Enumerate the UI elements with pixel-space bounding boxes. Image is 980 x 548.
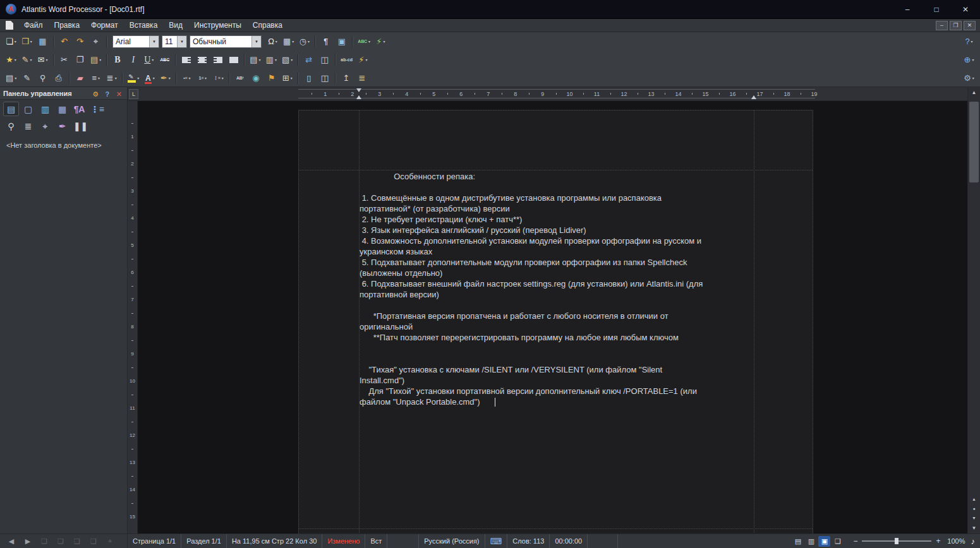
panel-find-button[interactable]: ⌖ [37,119,53,133]
hyperlink-button[interactable]: ◉ ▾ [248,71,263,85]
side-by-side-button[interactable]: ◫ ▾ [317,53,332,67]
paragraph[interactable]: **Патч позволяет перерегистрировать прог… [360,332,754,343]
numbering-button[interactable]: 1≡ ▾ [195,71,210,85]
autocorrect-button[interactable]: ⚡ ▾ [373,35,388,49]
font-size-combo[interactable]: 11 ▼ [162,35,187,48]
nav-prev-edit-button[interactable]: ❏ [37,535,52,547]
status-insert-mode[interactable]: Вст [365,534,387,548]
columns-two-button[interactable]: ◫ ▾ [317,71,332,85]
keyboard-layout-icon[interactable]: ⌨ [485,534,508,548]
panel-objects-button[interactable]: ❚❚ [71,119,90,133]
combo-arrow-icon[interactable]: ▼ [149,36,159,47]
scrollbar-track[interactable] [968,98,980,494]
align-left-button[interactable]: ▾ [179,53,193,67]
promote-button[interactable]: ↥ ▾ [339,71,353,85]
insert-table-button[interactable]: ⊞ ▾ [280,71,294,85]
zoom-out-button[interactable]: − [853,537,857,545]
view-web-button[interactable]: ▥ [805,536,817,547]
underline-button[interactable]: U ▾ [142,53,156,67]
hyphenation-button[interactable]: ab-cd ▾ [339,53,354,67]
align-justify-button[interactable]: ▾ [226,53,241,67]
paragraph[interactable]: 5. Подхватывает дополнительные модули пр… [360,257,754,278]
paragraph[interactable]: Особенности репака: [360,171,754,182]
window-close-button[interactable]: ✕ [951,0,980,18]
copy-button[interactable]: ❐ ▾ [73,53,87,67]
insert-frame-button[interactable]: ▥ ▾ [264,53,279,67]
panel-headings-button[interactable]: ▤ [3,102,19,116]
format-painter-button[interactable]: ✒ ▾ [158,71,172,85]
insert-field-button[interactable]: ▦ ▾ [281,35,296,49]
panel-help-icon[interactable]: ? [106,90,110,98]
options-button[interactable]: ⚙ ▾ [962,71,976,85]
new-document-button[interactable]: ❏ ▾ [4,35,18,49]
menu-file[interactable]: Файл [18,20,49,31]
document-page[interactable]: Особенности репака: 1. Совмещённые в одн… [298,110,813,533]
panel-zoom-button[interactable]: ⚲ [3,119,19,133]
align-right-button[interactable]: ▾ [210,53,225,67]
open-document-button[interactable]: ❒ ▾ [20,35,34,49]
status-section[interactable]: Раздел 1/1 [181,534,227,548]
doc-minimize-button[interactable]: – [936,21,948,30]
window-minimize-button[interactable]: – [893,0,922,18]
clipboard-manager-button[interactable]: ▤ ▾ [4,71,18,85]
doc-close-button[interactable]: ✕ [964,21,976,30]
scroll-down-button[interactable]: ▼ [968,523,980,533]
vertical-scrollbar[interactable]: ▲ ▲ ● ▼ ▼ [967,87,980,533]
find-button[interactable]: ⌖ ▾ [88,35,103,49]
undo-button[interactable]: ↶ ▾ [57,35,71,49]
browse-prev-button[interactable]: ▲ [968,494,980,504]
sync-scroll-button[interactable]: ⇄ ▾ [301,53,316,67]
paragraph[interactable] [360,300,754,311]
zoom-page-button[interactable]: ⚲ ▾ [35,71,50,85]
favorites-button[interactable]: ★ ▾ [4,53,18,67]
menu-insert[interactable]: Вставка [124,20,164,31]
panel-palette-button[interactable]: ✒ [54,119,70,133]
paragraph[interactable]: 2. Не требует регистрации (ключ + патч**… [360,214,754,225]
menu-tools[interactable]: Инструменты [188,20,247,31]
formatting-marks-button[interactable]: ¶ ▾ [318,35,333,49]
view-draft-button[interactable]: ▤ [792,536,804,547]
right-indent-marker[interactable] [751,95,756,99]
spellcheck-button[interactable]: ABC ▾ [356,35,372,49]
panel-styles-button[interactable]: ¶A [71,102,87,116]
eraser-button[interactable]: ▰ ▾ [73,71,87,85]
nav-next-page-button[interactable]: ❑ [86,535,101,547]
panel-close-icon[interactable]: ✕ [116,90,122,98]
document-area[interactable]: Особенности репака: 1. Совмещённые в одн… [138,101,967,533]
paragraph[interactable]: 1. Совмещённые в одном дистрибутиве уста… [360,193,754,214]
view-fullscreen-button[interactable]: ❏ [832,536,844,547]
tab-stop-selector[interactable]: L [129,89,138,99]
panel-document-button[interactable]: ▢ [20,102,36,116]
paragraph-spacing-button[interactable]: ≣ ▾ [104,71,119,85]
bullets-button[interactable]: •≡ ▾ [179,71,194,85]
paragraph[interactable]: 6. Подхватывает внешний файл настроек se… [360,278,754,300]
bold-button[interactable]: B ▾ [110,53,124,67]
status-page[interactable]: Страница 1/1 [128,534,181,548]
paragraph[interactable]: 3. Язык интерфейса английский / русский … [360,225,754,235]
nav-next-edit-button[interactable]: ❏ [53,535,68,547]
dictionary-button[interactable]: ≣ ▾ [354,71,369,85]
menu-view[interactable]: Вид [163,20,188,31]
sound-toggle-icon[interactable]: ♪ [971,534,980,548]
save-button[interactable]: ▦ ▾ [35,35,50,49]
outline-numbering-button[interactable]: ⋮≡ ▾ [211,71,226,85]
doc-restore-button[interactable]: ❐ [950,21,962,30]
combo-arrow-icon[interactable]: ▼ [177,36,186,47]
nav-back-button[interactable]: ◀ [4,535,19,547]
browse-next-button[interactable]: ▼ [968,513,980,523]
line-spacing-button[interactable]: ≡ ▾ [88,71,103,85]
browse-target-button[interactable]: ● [968,504,980,513]
menu-help[interactable]: Справка [247,20,288,31]
insert-datetime-button[interactable]: ◷ ▾ [297,35,312,49]
nav-prev-page-button[interactable]: ❑ [70,535,85,547]
edit-document-button[interactable]: ✎ ▾ [20,71,34,85]
paragraph[interactable]: 4. Возможность дополнительной установки … [360,235,754,257]
panel-settings-icon[interactable]: ⚙ [92,90,99,98]
status-modified[interactable]: Изменено [322,534,365,548]
paragraph[interactable]: "Тихая" установка с ключами /SILENT или … [360,364,754,386]
scroll-up-button[interactable]: ▲ [968,87,980,98]
panel-text-button[interactable]: ≣ [20,119,36,133]
insert-symbol-button[interactable]: Ω ▾ [265,35,280,49]
zoom-slider[interactable] [862,540,931,542]
strikethrough-button[interactable]: ABC ▾ [157,53,172,67]
